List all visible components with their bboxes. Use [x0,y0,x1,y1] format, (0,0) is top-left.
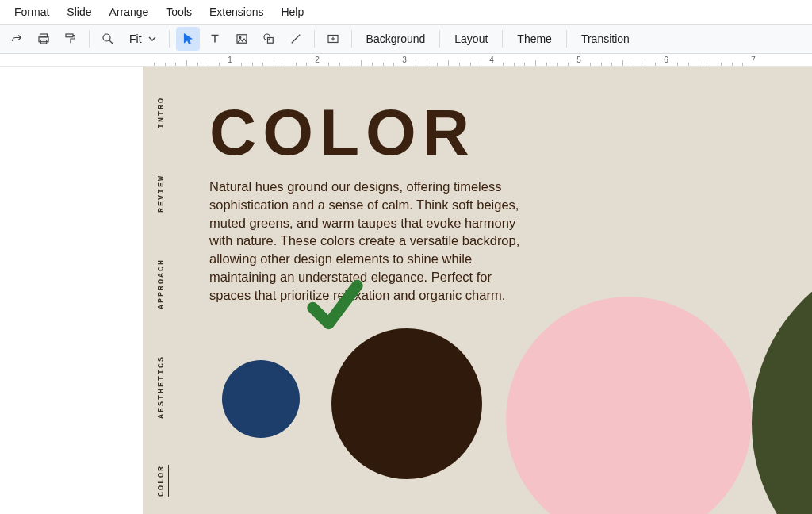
transition-button[interactable]: Transition [573,27,638,51]
ruler-mark: 4 [489,56,494,64]
ruler-mark: 1 [228,56,232,64]
toolbar-separator [566,30,567,48]
menu-bar: Format Slide Arrange Tools Extensions He… [0,0,812,24]
menu-arrange[interactable]: Arrange [101,2,156,21]
toolbar-separator [502,30,503,48]
line-icon [289,32,303,46]
add-slide-icon [326,32,340,46]
cursor-icon [181,32,195,46]
toolbar-separator [169,30,170,48]
background-button[interactable]: Background [358,27,434,51]
nav-item-review[interactable]: REVIEW [157,175,166,213]
textbox-tool[interactable] [203,27,227,51]
menu-help[interactable]: Help [273,2,312,21]
print-button[interactable] [32,27,56,51]
svg-rect-3 [66,34,73,37]
magnifier-icon [101,32,115,46]
shape-tool[interactable] [257,27,281,51]
nav-item-approach[interactable]: APPROACH [157,259,166,309]
shape-icon [262,32,276,46]
toolbar: Fit Background Layout Theme Transition [0,24,812,54]
layout-button[interactable]: Layout [446,27,496,51]
color-swatch-pink[interactable] [506,297,752,514]
zoom-out-button[interactable] [96,27,120,51]
slide-title[interactable]: COLOR [209,95,476,170]
ruler-mark: 6 [664,56,668,64]
slide[interactable]: INTROREVIEWAPPROACHAESTHETICSCOLORDESIGN… [143,67,812,514]
nav-item-aesthetics[interactable]: AESTHETICS [157,355,166,419]
redo-icon [10,32,24,46]
chevron-down-icon [148,35,156,43]
select-tool[interactable] [176,27,200,51]
menu-extensions[interactable]: Extensions [201,2,271,21]
nav-item-color[interactable]: COLOR [157,465,166,497]
canvas-area[interactable]: INTROREVIEWAPPROACHAESTHETICSCOLORDESIGN… [0,67,812,514]
toolbar-separator [351,30,352,48]
svg-rect-8 [267,38,273,44]
ruler-mark: 7 [751,56,756,64]
textbox-icon [208,32,222,46]
color-swatch-navy[interactable] [222,360,300,438]
redo-button[interactable] [5,27,29,51]
ruler-mark: 5 [576,56,581,64]
svg-point-6 [239,36,240,38]
vertical-nav: INTROREVIEWAPPROACHAESTHETICSCOLORDESIGN [157,97,166,514]
svg-point-4 [103,34,110,41]
menu-format[interactable]: Format [6,2,57,21]
new-slide-button[interactable] [321,27,345,51]
menu-slide[interactable]: Slide [59,2,99,21]
horizontal-ruler: 1234567 [0,54,812,67]
menu-tools[interactable]: Tools [158,2,200,21]
line-tool[interactable] [284,27,308,51]
ruler-mark: 2 [315,56,320,64]
paint-roller-icon [63,32,78,46]
zoom-dropdown[interactable]: Fit [123,27,163,51]
color-swatch-brown[interactable] [331,328,482,479]
theme-button[interactable]: Theme [509,27,560,51]
slide-body-text[interactable]: Natural hues ground our designs, offerin… [209,178,527,304]
image-icon [235,32,249,46]
ruler-mark: 3 [402,56,407,64]
zoom-label: Fit [129,33,142,45]
toolbar-separator [89,30,90,48]
toolbar-separator [439,30,440,48]
nav-item-intro[interactable]: INTRO [157,97,166,128]
print-icon [36,32,51,46]
toolbar-separator [314,30,315,48]
image-tool[interactable] [230,27,254,51]
svg-point-7 [264,34,270,40]
paint-format-button[interactable] [59,27,82,51]
color-swatch-olive[interactable] [752,249,812,514]
